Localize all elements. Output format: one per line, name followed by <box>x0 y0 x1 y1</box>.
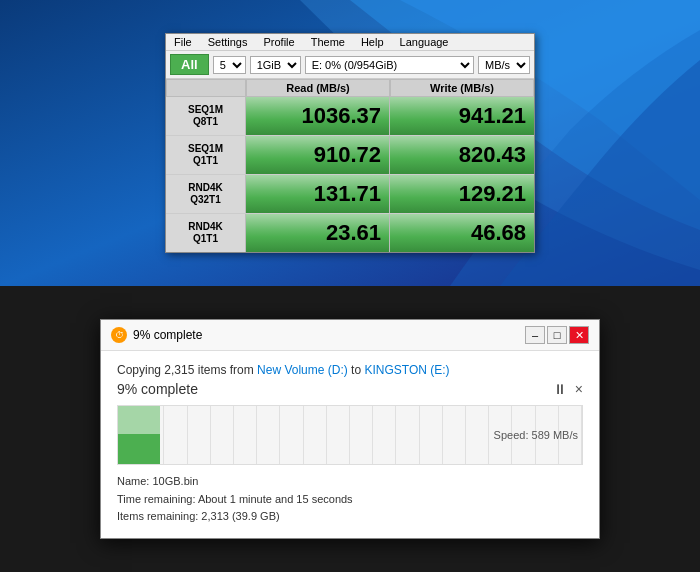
dialog-titlebar: ⏱ 9% complete – □ ✕ <box>101 320 599 351</box>
speed-label: Speed: 589 MB/s <box>494 429 578 441</box>
progress-icon: ⏱ <box>111 327 127 343</box>
size-select[interactable]: 1GiB <box>250 56 301 74</box>
row-label-seq1m-q8t1: SEQ1MQ8T1 <box>166 97 246 135</box>
table-row: SEQ1MQ1T1 910.72 820.43 <box>166 136 534 175</box>
file-copy-dialog: ⏱ 9% complete – □ ✕ Copying 2,315 items … <box>100 319 600 539</box>
toolbar: All 5 1GiB E: 0% (0/954GiB) MB/s <box>166 51 534 79</box>
grid-line <box>443 406 466 464</box>
menu-settings[interactable]: Settings <box>204 35 252 49</box>
window-controls: – □ ✕ <box>525 326 589 344</box>
copy-controls: ⏸ × <box>553 381 583 397</box>
table-header: Read (MB/s) Write (MB/s) <box>166 79 534 97</box>
write-value-rnd4k-q32t1: 129.21 <box>390 175 534 213</box>
write-value-seq1m-q1t1: 820.43 <box>390 136 534 174</box>
write-value-seq1m-q8t1: 941.21 <box>390 97 534 135</box>
cancel-button[interactable]: × <box>575 381 583 397</box>
progress-area: Speed: 589 MB/s <box>117 405 583 465</box>
crystaldiskmark-window: File Settings Profile Theme Help Languag… <box>165 33 535 253</box>
items-remaining: Items remaining: 2,313 (39.9 GB) <box>117 508 583 526</box>
menu-profile[interactable]: Profile <box>259 35 298 49</box>
header-label <box>166 79 246 97</box>
read-value-rnd4k-q32t1: 131.71 <box>246 175 390 213</box>
menu-help[interactable]: Help <box>357 35 388 49</box>
grid-line <box>280 406 303 464</box>
menu-bar: File Settings Profile Theme Help Languag… <box>166 34 534 51</box>
copy-description: Copying 2,315 items from New Volume (D:)… <box>117 363 583 377</box>
grid-line <box>373 406 396 464</box>
grid-line <box>257 406 280 464</box>
grid-line <box>164 406 187 464</box>
table-row: RND4KQ1T1 23.61 46.68 <box>166 214 534 252</box>
grid-line <box>234 406 257 464</box>
all-button[interactable]: All <box>170 54 209 75</box>
drive-select[interactable]: E: 0% (0/954GiB) <box>305 56 474 74</box>
grid-line <box>304 406 327 464</box>
file-name: Name: 10GB.bin <box>117 473 583 491</box>
copy-info: Name: 10GB.bin Time remaining: About 1 m… <box>117 473 583 526</box>
grid-line <box>396 406 419 464</box>
description-prefix: Copying 2,315 items from <box>117 363 257 377</box>
row-label-rnd4k-q1t1: RND4KQ1T1 <box>166 214 246 252</box>
to-label: to <box>351 363 361 377</box>
menu-theme[interactable]: Theme <box>307 35 349 49</box>
restore-button[interactable]: □ <box>547 326 567 344</box>
table-row: SEQ1MQ8T1 1036.37 941.21 <box>166 97 534 136</box>
pause-button[interactable]: ⏸ <box>553 381 567 397</box>
progress-bar-dark <box>118 434 160 464</box>
menu-file[interactable]: File <box>170 35 196 49</box>
desktop-background: File Settings Profile Theme Help Languag… <box>0 0 700 286</box>
grid-line <box>350 406 373 464</box>
write-value-rnd4k-q1t1: 46.68 <box>390 214 534 252</box>
minimize-button[interactable]: – <box>525 326 545 344</box>
progress-background: Speed: 589 MB/s <box>117 405 583 465</box>
count-select[interactable]: 5 <box>213 56 246 74</box>
header-read: Read (MB/s) <box>246 79 390 97</box>
grid-line <box>466 406 489 464</box>
copy-dialog-background: ⏱ 9% complete – □ ✕ Copying 2,315 items … <box>0 286 700 572</box>
row-label-rnd4k-q32t1: RND4KQ32T1 <box>166 175 246 213</box>
destination-volume: KINGSTON (E:) <box>364 363 449 377</box>
grid-line <box>327 406 350 464</box>
source-volume: New Volume (D:) <box>257 363 348 377</box>
time-remaining: Time remaining: About 1 minute and 15 se… <box>117 491 583 509</box>
unit-select[interactable]: MB/s <box>478 56 530 74</box>
grid-line <box>188 406 211 464</box>
grid-line <box>420 406 443 464</box>
menu-language[interactable]: Language <box>396 35 453 49</box>
progress-bar-light <box>118 406 160 436</box>
grid-line <box>211 406 234 464</box>
percent-text: 9% complete <box>117 381 198 397</box>
table-row: RND4KQ32T1 131.71 129.21 <box>166 175 534 214</box>
dialog-title: 9% complete <box>133 328 202 342</box>
read-value-seq1m-q8t1: 1036.37 <box>246 97 390 135</box>
dialog-title-left: ⏱ 9% complete <box>111 327 202 343</box>
row-label-seq1m-q1t1: SEQ1MQ1T1 <box>166 136 246 174</box>
percent-row: 9% complete ⏸ × <box>117 381 583 397</box>
header-write: Write (MB/s) <box>390 79 534 97</box>
dialog-body: Copying 2,315 items from New Volume (D:)… <box>101 351 599 538</box>
close-button[interactable]: ✕ <box>569 326 589 344</box>
read-value-seq1m-q1t1: 910.72 <box>246 136 390 174</box>
read-value-rnd4k-q1t1: 23.61 <box>246 214 390 252</box>
